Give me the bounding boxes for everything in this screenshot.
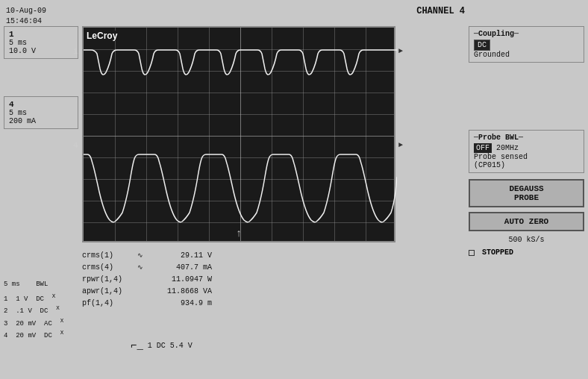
- probe-bwl-title: ─Probe BWL─: [474, 134, 579, 142]
- timebase-bwl-label: 5 ms BWL: [4, 280, 63, 290]
- trigger-label: 1 DC 5.4 V: [148, 342, 193, 350]
- ch3-bwl-sup: X: [60, 318, 64, 324]
- meas-value-pf: 934.9 m: [152, 298, 212, 310]
- meas-label-crms1: crms(1): [82, 250, 134, 262]
- stopped-label: STOPPED: [482, 248, 513, 257]
- meas-label-apwr: apwr(1,4): [82, 286, 134, 298]
- ch1-bwl-sup: X: [52, 293, 56, 299]
- auto-zero-label: AUTO ZERO: [504, 217, 548, 226]
- sample-rate-value: 500 kS/s: [508, 236, 544, 244]
- time-display: 15:46:04: [6, 16, 46, 27]
- probe-sensed-label: Probe sensed: [474, 153, 528, 161]
- date-display: 10-Aug-09: [6, 6, 46, 16]
- ch2-summary-row: 2 .1 V DC X: [4, 304, 63, 317]
- coupling-grounded-label: Grounded: [474, 51, 510, 59]
- meas-label-crms4: crms(4): [82, 262, 134, 274]
- coupling-section: ─Coupling─ DC Grounded: [469, 26, 584, 63]
- ch1-marker: 1: [73, 47, 78, 56]
- probe-bwl-freq: 20MHz: [496, 144, 519, 152]
- coupling-value: DC: [474, 40, 490, 51]
- trigger-symbol: ⌐_: [131, 339, 143, 351]
- oscilloscope-screen: 10-Aug-09 15:46:04 CHANNEL 4 1 5 ms 10.0…: [0, 0, 588, 379]
- right-marker-mid: ►: [398, 141, 403, 149]
- trigger-arrow: ↑: [236, 228, 242, 239]
- degauss-label: DEGAUSSPROBE: [509, 184, 543, 202]
- measurements-area: crms(1) ∿ 29.11 V crms(4) ∿ 407.7 mA rpw…: [82, 250, 395, 310]
- ch3-summary-row: 3 20 mV AC X: [4, 317, 63, 330]
- meas-row-rpwr: rpwr(1,4) 11.0947 W: [82, 274, 395, 286]
- ch1-timebase: 5 ms: [9, 39, 27, 47]
- meas-value-crms4: 407.7 mA: [152, 262, 212, 274]
- status-row: STOPPED: [469, 248, 584, 257]
- channel-header: CHANNEL 4: [416, 6, 465, 16]
- ch1-waveform: [84, 28, 397, 132]
- left-panel: 1 5 ms 10.0 V 4 5 ms 200 mA: [4, 26, 78, 135]
- probe-id: (CP015): [474, 161, 505, 169]
- ch4-bwl-sup: X: [60, 330, 64, 336]
- ch1-summary-row: 1 1 V DC X: [4, 292, 63, 305]
- bwl-label: BWL: [36, 281, 48, 288]
- ch4-timebase: 5 ms: [9, 109, 27, 117]
- probe-bwl-section: ─Probe BWL─ OFF 20MHz Probe sensed (CP01…: [469, 130, 584, 173]
- meas-label-pf: pf(1,4): [82, 298, 134, 310]
- bottom-channel-summary: 5 ms BWL 1 1 V DC X 2 .1 V DC X 3 20 mV …: [4, 280, 63, 342]
- meas-label-rpwr: rpwr(1,4): [82, 274, 134, 286]
- degauss-probe-button[interactable]: DEGAUSSPROBE: [469, 179, 584, 207]
- ch4-summary-row: 4 20 mV DC X: [4, 329, 63, 342]
- trigger-info: ⌐_ 1 DC 5.4 V: [131, 339, 193, 351]
- right-panel: ─Coupling─ DC Grounded ─Probe BWL─ OFF 2…: [469, 26, 584, 257]
- ch4-current: 200 mA: [9, 117, 36, 125]
- datetime-display: 10-Aug-09 15:46:04: [6, 6, 46, 27]
- ch1-info-box: 1 5 ms 10.0 V: [4, 26, 78, 59]
- timebase-value: 5 ms: [4, 281, 20, 288]
- ch1-number: 1: [9, 30, 14, 39]
- meas-icon-crms1: ∿: [137, 251, 149, 261]
- right-marker-top: ►: [398, 47, 403, 55]
- meas-row-pf: pf(1,4) 934.9 m: [82, 298, 395, 310]
- auto-zero-button[interactable]: AUTO ZERO: [469, 212, 584, 231]
- measurements-table: crms(1) ∿ 29.11 V crms(4) ∿ 407.7 mA rpw…: [82, 250, 395, 310]
- sample-rate-display: 500 kS/s: [469, 236, 584, 244]
- coupling-title: ─Coupling─: [474, 30, 579, 38]
- probe-bwl-off: OFF: [474, 143, 492, 153]
- scope-display: LeCroy: [82, 26, 395, 242]
- meas-row-apwr: apwr(1,4) 11.8668 VA: [82, 286, 395, 298]
- lecroy-brand-label: LeCroy: [87, 31, 117, 41]
- ch1-voltage: 10.0 V: [9, 47, 36, 55]
- meas-row-crms4: crms(4) ∿ 407.7 mA: [82, 262, 395, 274]
- ch4-marker: 4: [73, 141, 78, 150]
- meas-icon-crms4: ∿: [137, 263, 149, 273]
- ch4-info-box: 4 5 ms 200 mA: [4, 96, 78, 129]
- meas-row-crms1: crms(1) ∿ 29.11 V: [82, 250, 395, 262]
- ch4-number: 4: [9, 100, 14, 109]
- stopped-indicator-icon: [469, 250, 475, 256]
- meas-value-crms1: 29.11 V: [152, 250, 212, 262]
- meas-value-apwr: 11.8668 VA: [152, 286, 212, 298]
- meas-value-rpwr: 11.0947 W: [152, 274, 212, 286]
- ch2-bwl-sup: X: [56, 305, 60, 311]
